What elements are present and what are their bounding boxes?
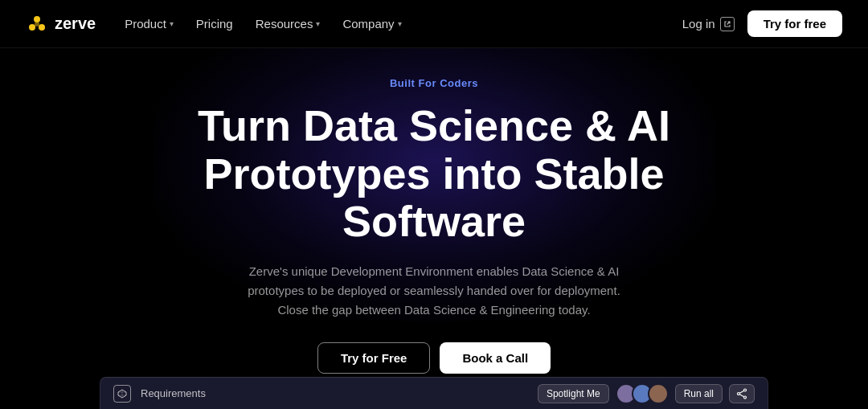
try-for-free-hero-button[interactable]: Try for Free bbox=[317, 342, 431, 374]
login-button[interactable]: Log in bbox=[682, 17, 735, 31]
nav-item-resources[interactable]: Resources ▾ bbox=[256, 17, 321, 31]
try-for-free-button[interactable]: Try for free bbox=[747, 10, 842, 37]
svg-point-5 bbox=[744, 396, 747, 399]
run-all-button[interactable]: Run all bbox=[675, 384, 723, 403]
svg-point-4 bbox=[744, 389, 747, 391]
login-icon bbox=[720, 17, 735, 31]
svg-point-6 bbox=[738, 392, 740, 395]
chevron-down-icon: ▾ bbox=[398, 19, 402, 28]
chevron-down-icon: ▾ bbox=[170, 19, 174, 28]
chevron-down-icon: ▾ bbox=[316, 19, 320, 28]
avatar-group bbox=[616, 383, 669, 404]
hero-title: Turn Data Science & AI Prototypes into S… bbox=[193, 102, 675, 245]
nav-links: Product ▾ Pricing Resources ▾ Company ▾ bbox=[125, 17, 401, 31]
ide-bar-right: Spotlight Me Run all bbox=[538, 383, 755, 404]
hero-section: Built For Coders Turn Data Science & AI … bbox=[0, 48, 868, 409]
logo-icon bbox=[26, 13, 48, 35]
svg-point-3 bbox=[35, 22, 39, 27]
nav-right: Log in Try for free bbox=[682, 10, 842, 37]
nav-item-pricing[interactable]: Pricing bbox=[196, 17, 233, 31]
svg-point-1 bbox=[39, 24, 45, 31]
hero-buttons: Try for Free Book a Call bbox=[317, 342, 551, 374]
avatar bbox=[648, 383, 669, 404]
logo[interactable]: zerve bbox=[26, 13, 96, 35]
svg-point-2 bbox=[29, 24, 35, 31]
main-nav: zerve Product ▾ Pricing Resources ▾ bbox=[0, 0, 868, 48]
share-icon bbox=[736, 388, 747, 399]
hero-subtitle: Zerve's unique Development Environment e… bbox=[241, 262, 627, 320]
nav-item-company[interactable]: Company ▾ bbox=[342, 17, 401, 31]
ide-tab-requirements: Requirements bbox=[141, 387, 206, 399]
svg-point-0 bbox=[34, 16, 40, 22]
logo-text: zerve bbox=[55, 14, 96, 33]
ide-bar-left: Requirements bbox=[113, 385, 206, 403]
ide-cube-icon bbox=[113, 385, 131, 403]
nav-item-product[interactable]: Product ▾ bbox=[125, 17, 174, 31]
ide-preview-bar: Requirements Spotlight Me Run all bbox=[100, 377, 768, 409]
share-button[interactable] bbox=[729, 384, 755, 403]
spotlight-me-button[interactable]: Spotlight Me bbox=[538, 384, 609, 403]
book-a-call-button[interactable]: Book a Call bbox=[440, 342, 551, 374]
hero-tag: Built For Coders bbox=[390, 77, 478, 89]
nav-left: zerve Product ▾ Pricing Resources ▾ bbox=[26, 13, 402, 35]
